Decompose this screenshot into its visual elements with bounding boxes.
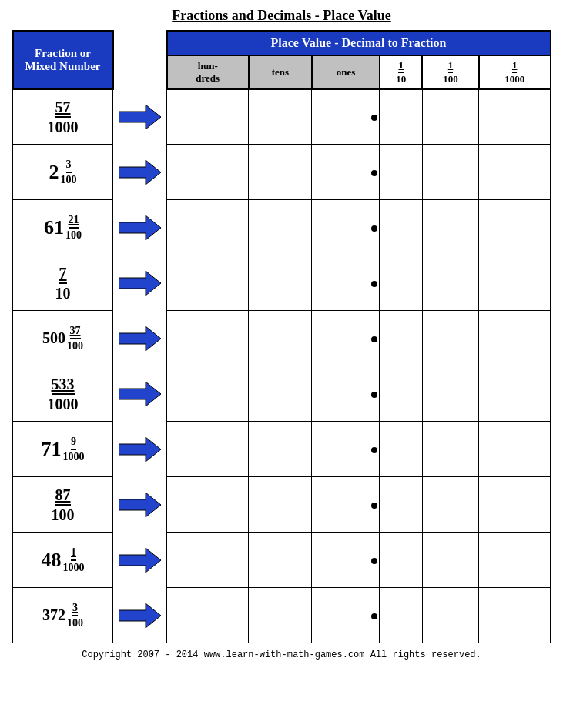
col-header-tenth: 110 — [380, 55, 422, 89]
decimal-dot — [371, 613, 377, 619]
place-value-cell — [167, 422, 249, 477]
place-value-cell — [312, 477, 380, 533]
fraction-cell: 87 100 — [13, 477, 113, 533]
place-value-cell — [422, 588, 479, 643]
place-value-cell — [312, 366, 380, 422]
col-header-thousandth: 11000 — [479, 55, 551, 89]
place-value-cell — [167, 533, 249, 588]
fraction-cell: 71 9 1000 — [13, 422, 113, 477]
place-value-cell — [249, 255, 312, 311]
place-value-cell — [167, 477, 249, 533]
main-table: Fraction or Mixed Number Place Value - D… — [12, 30, 551, 643]
place-value-cell — [422, 422, 479, 477]
place-value-cell — [380, 366, 422, 422]
place-value-cell — [249, 533, 312, 588]
place-value-cell — [479, 588, 551, 643]
place-value-cell — [380, 533, 422, 588]
table-row: 533 1000 — [13, 366, 551, 422]
place-value-cell — [479, 477, 551, 533]
place-value-cell — [312, 588, 380, 643]
svg-marker-2 — [119, 215, 161, 240]
decimal-dot — [371, 392, 377, 398]
place-value-cell — [479, 200, 551, 255]
place-value-cell — [312, 422, 380, 477]
place-value-cell — [312, 200, 380, 255]
place-value-cell — [380, 311, 422, 366]
place-value-cell — [380, 145, 422, 200]
col-header-ones: ones — [312, 55, 380, 89]
arrow-cell — [113, 588, 167, 643]
place-value-cell — [312, 311, 380, 366]
place-value-cell — [422, 89, 479, 145]
fraction-cell: 61 21 100 — [13, 200, 113, 255]
place-value-cell — [380, 422, 422, 477]
arrow-cell — [113, 533, 167, 588]
arrow-cell — [113, 89, 167, 145]
page-title: Fractions and Decimals - Place Value — [172, 8, 390, 24]
place-value-cell — [422, 477, 479, 533]
arrow-cell — [113, 255, 167, 311]
place-value-cell — [249, 477, 312, 533]
fraction-header: Fraction or Mixed Number — [13, 31, 113, 89]
place-value-cell — [312, 89, 380, 145]
place-value-cell — [479, 533, 551, 588]
svg-marker-7 — [119, 493, 161, 517]
svg-marker-4 — [119, 326, 161, 351]
svg-marker-3 — [119, 271, 161, 296]
fraction-header-line1: Fraction or — [35, 47, 91, 59]
svg-marker-5 — [119, 382, 161, 406]
place-value-cell — [249, 588, 312, 643]
place-value-cell — [249, 200, 312, 255]
arrow-cell — [113, 145, 167, 200]
table-row: 61 21 100 — [13, 200, 551, 255]
arrow-cell — [113, 200, 167, 255]
place-value-cell — [167, 200, 249, 255]
col-header-tens: tens — [249, 55, 312, 89]
table-row: 87 100 — [13, 477, 551, 533]
place-value-cell — [479, 366, 551, 422]
col-header-hundredth: 1100 — [422, 55, 479, 89]
decimal-dot — [371, 447, 377, 453]
place-value-cell — [312, 255, 380, 311]
fraction-header-line2: Mixed Number — [25, 60, 101, 72]
decimal-dot — [371, 503, 377, 509]
decimal-dot — [371, 225, 377, 232]
col-header-hundreds: hun-dreds — [167, 55, 249, 89]
place-value-cell — [422, 533, 479, 588]
arrow-cell — [113, 422, 167, 477]
place-value-cell — [312, 533, 380, 588]
place-value-cell — [380, 477, 422, 533]
svg-marker-1 — [119, 160, 161, 185]
place-value-cell — [422, 311, 479, 366]
table-row: 71 9 1000 — [13, 422, 551, 477]
place-value-cell — [422, 255, 479, 311]
place-value-cell — [479, 311, 551, 366]
fraction-cell: 533 1000 — [13, 366, 113, 422]
decimal-dot — [371, 170, 377, 176]
place-value-cell — [167, 145, 249, 200]
table-row: 57 1000 — [13, 89, 551, 145]
fraction-cell: 372 3 100 — [13, 588, 113, 643]
place-value-cell — [479, 255, 551, 311]
place-value-cell — [167, 588, 249, 643]
table-row: 500 37 100 — [13, 311, 551, 366]
svg-marker-9 — [119, 603, 161, 628]
place-value-cell — [249, 89, 312, 145]
arrow-cell — [113, 366, 167, 422]
place-value-cell — [422, 200, 479, 255]
place-value-cell — [167, 89, 249, 145]
place-value-cell — [380, 200, 422, 255]
place-value-cell — [249, 422, 312, 477]
fraction-cell: 7 10 — [13, 255, 113, 311]
svg-marker-0 — [119, 105, 161, 129]
place-value-cell — [167, 366, 249, 422]
place-value-header: Place Value - Decimal to Fraction — [167, 31, 551, 55]
decimal-dot — [371, 115, 377, 121]
decimal-dot — [371, 558, 377, 564]
svg-marker-8 — [119, 548, 161, 573]
place-value-cell — [479, 89, 551, 145]
arrow-cell — [113, 477, 167, 533]
fraction-cell: 2 3 100 — [13, 145, 113, 200]
place-value-cell — [479, 145, 551, 200]
svg-marker-6 — [119, 437, 161, 462]
